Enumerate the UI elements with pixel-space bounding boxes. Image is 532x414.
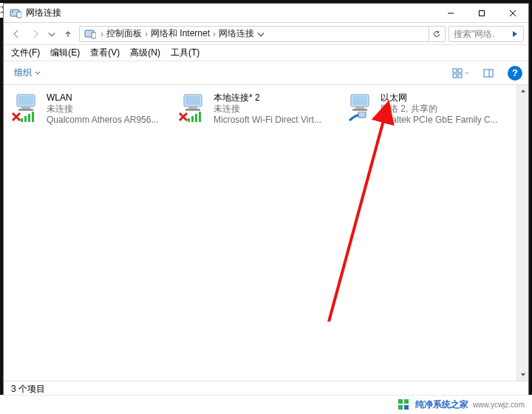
svg-rect-10 — [458, 69, 462, 72]
svg-rect-27 — [188, 106, 197, 109]
chevron-down-icon — [465, 71, 469, 75]
menu-tools[interactable]: 工具(T) — [166, 46, 204, 60]
maximize-button[interactable] — [466, 4, 497, 23]
back-button[interactable] — [8, 26, 24, 42]
scroll-up-icon[interactable] — [517, 85, 528, 97]
connection-device: Realtek PCIe GbE Family C... — [381, 115, 498, 126]
svg-rect-39 — [358, 112, 366, 118]
close-button[interactable] — [497, 4, 528, 23]
navigation-bar: › 控制面板 › 网络和 Internet › 网络连接 — [4, 23, 528, 45]
scroll-down-icon[interactable] — [517, 369, 528, 381]
svg-rect-38 — [352, 109, 367, 111]
connection-name: WLAN — [47, 92, 158, 104]
svg-rect-32 — [199, 112, 201, 122]
connection-name: 本地连接* 2 — [214, 92, 321, 104]
svg-point-2 — [12, 11, 13, 13]
ethernet-plug-icon — [348, 112, 367, 123]
connection-status: 未连接 — [47, 104, 158, 115]
vertical-scrollbar[interactable] — [516, 85, 528, 381]
svg-rect-30 — [191, 116, 194, 122]
disabled-x-icon — [178, 112, 188, 122]
recent-locations-button[interactable] — [47, 26, 57, 42]
svg-rect-22 — [32, 112, 34, 122]
svg-rect-41 — [398, 399, 403, 404]
status-text: 3 个项目 — [11, 383, 45, 396]
address-bar[interactable]: › 控制面板 › 网络和 Internet › 网络连接 — [79, 26, 446, 42]
svg-rect-13 — [484, 69, 493, 77]
connection-status: 网络 2, 共享的 — [381, 104, 498, 115]
minimize-button[interactable] — [435, 4, 466, 23]
disabled-x-icon — [11, 112, 21, 122]
menu-view[interactable]: 查看(V) — [86, 46, 124, 60]
signal-bars-icon — [188, 110, 205, 122]
svg-rect-26 — [185, 96, 200, 105]
up-button[interactable] — [60, 26, 76, 42]
svg-rect-8 — [92, 33, 96, 38]
refresh-button[interactable] — [429, 27, 443, 41]
organize-button[interactable]: 组织 — [14, 67, 41, 79]
window-icon — [10, 7, 21, 19]
breadcrumb-sep-icon: › — [143, 29, 149, 39]
breadcrumb-sep-icon: › — [211, 29, 217, 39]
svg-rect-43 — [398, 405, 403, 410]
preview-pane-button[interactable] — [475, 64, 502, 82]
svg-rect-20 — [24, 116, 27, 122]
svg-rect-12 — [458, 74, 462, 78]
annotation-arrow — [314, 100, 462, 336]
signal-bars-icon — [21, 110, 38, 122]
svg-rect-36 — [352, 96, 367, 105]
watermark-brand: 纯净系统之家 — [415, 398, 468, 411]
network-adapter-icon — [178, 92, 209, 122]
svg-rect-17 — [21, 106, 30, 109]
chevron-down-icon — [35, 70, 41, 76]
connection-list: WLAN 未连接 Qualcomm Atheros AR956... — [4, 85, 528, 134]
menu-bar: 文件(F) 编辑(E) 查看(V) 高级(N) 工具(T) — [4, 45, 528, 61]
titlebar: 网络连接 — [4, 4, 528, 23]
scroll-track[interactable] — [517, 97, 528, 369]
explorer-window: 网络连接 › 控制面板 › — [3, 3, 529, 398]
watermark-logo-icon — [398, 398, 411, 412]
menu-edit[interactable]: 编辑(E) — [46, 46, 84, 60]
svg-rect-4 — [480, 10, 485, 16]
connection-name: 以太网 — [381, 92, 498, 104]
breadcrumb-sep-icon: › — [99, 29, 105, 39]
menu-advanced[interactable]: 高级(N) — [126, 46, 165, 60]
svg-rect-9 — [453, 69, 457, 72]
connection-device: Microsoft Wi-Fi Direct Virt... — [214, 115, 321, 126]
organize-label: 组织 — [14, 67, 32, 79]
svg-rect-37 — [355, 106, 364, 109]
connection-item-local2[interactable]: 本地连接* 2 未连接 Microsoft Wi-Fi Direct Virt.… — [174, 89, 341, 129]
search-box[interactable] — [449, 26, 524, 42]
window-title: 网络连接 — [26, 7, 61, 19]
breadcrumb-item[interactable]: 控制面板 — [105, 27, 143, 40]
svg-rect-31 — [195, 114, 197, 122]
forward-button[interactable] — [27, 26, 44, 42]
toolbar: 组织 ? — [4, 61, 528, 85]
svg-rect-11 — [453, 74, 457, 78]
svg-rect-44 — [404, 405, 409, 410]
search-go-icon[interactable] — [510, 29, 520, 39]
watermark-url: www.ycwjz.com — [473, 401, 525, 409]
svg-rect-1 — [17, 12, 21, 18]
search-input[interactable] — [452, 28, 497, 40]
svg-rect-21 — [28, 114, 30, 122]
svg-line-40 — [329, 121, 383, 322]
connection-item-wlan[interactable]: WLAN 未连接 Qualcomm Atheros AR956... — [7, 89, 174, 129]
content-area: WLAN 未连接 Qualcomm Atheros AR956... — [4, 85, 528, 381]
view-mode-button[interactable] — [447, 64, 474, 82]
help-button[interactable]: ? — [508, 66, 522, 81]
breadcrumb-item[interactable]: 网络和 Internet — [149, 27, 211, 40]
menu-file[interactable]: 文件(F) — [7, 46, 44, 60]
breadcrumb-item[interactable]: 网络连接 — [217, 27, 256, 40]
network-adapter-icon — [345, 92, 376, 122]
svg-rect-42 — [404, 399, 409, 404]
connection-status: 未连接 — [214, 104, 321, 115]
connection-device: Qualcomm Atheros AR956... — [47, 115, 158, 126]
network-adapter-icon — [11, 92, 42, 122]
watermark-strip: 纯净系统之家 www.ycwjz.com — [0, 395, 532, 414]
address-icon — [84, 28, 96, 40]
connection-item-ethernet[interactable]: 以太网 网络 2, 共享的 Realtek PCIe GbE Family C.… — [341, 89, 508, 129]
address-dropdown-icon[interactable] — [256, 27, 266, 41]
svg-rect-16 — [18, 96, 33, 105]
